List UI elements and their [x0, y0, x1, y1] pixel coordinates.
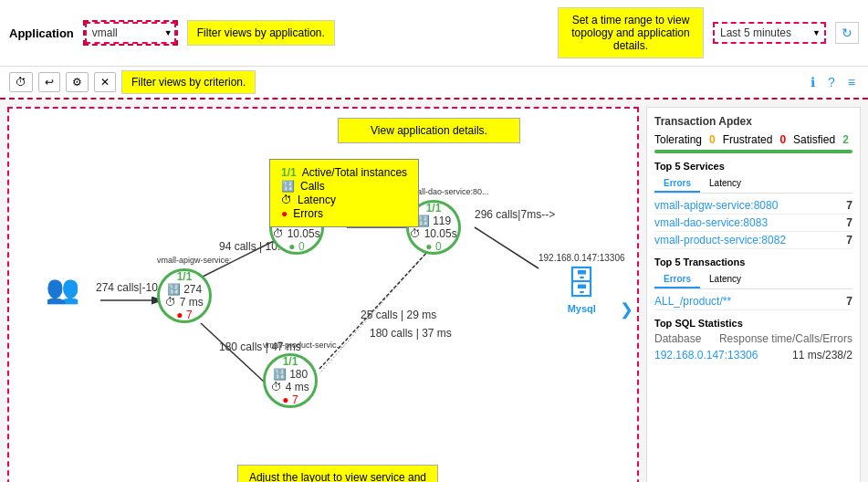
- svg-line-2: [201, 323, 265, 382]
- apigw-errors: ● 7: [176, 309, 192, 321]
- svg-text:25 calls | 29 ms: 25 calls | 29 ms: [361, 309, 436, 321]
- dao-calls: 🔢 119: [416, 215, 451, 227]
- service-val-2: 7: [846, 216, 852, 229]
- topology-area: View application details. Adjust the lay…: [7, 107, 639, 482]
- legend-box: 1/1 Active/Total instances 🔢 Calls ⏱ Lat…: [269, 159, 419, 227]
- sql-col2: Response time/Calls/Errors: [719, 332, 852, 345]
- ps-calls: 🔢 180: [273, 368, 308, 381]
- transactions-list: ALL_/product/** 7: [654, 293, 852, 310]
- help-icon[interactable]: ?: [824, 73, 839, 91]
- app-select-wrapper[interactable]: vmall: [83, 20, 178, 46]
- time-icon-button[interactable]: ⏱: [9, 72, 33, 92]
- service-name-1[interactable]: vmall-apigw-service:8080: [654, 199, 778, 212]
- sql-header: Database Response time/Calls/Errors: [654, 332, 852, 345]
- mysql-node[interactable]: 192.168.0.147:13306 🗄 Mysql: [539, 253, 625, 314]
- filter-icon-button[interactable]: ⚙: [66, 72, 89, 92]
- view-details-tooltip: View application details.: [338, 118, 520, 143]
- service-name-3[interactable]: vmall-product-service:8082: [654, 234, 786, 246]
- transactions-errors-tab[interactable]: Errors: [654, 271, 700, 288]
- menu-icon[interactable]: ≡: [844, 73, 859, 91]
- ps-latency: ⏱ 4 ms: [271, 381, 309, 393]
- product-service-circle[interactable]: 1/1 🔢 180 ⏱ 4 ms ● 7: [263, 353, 318, 408]
- sql-item-1[interactable]: 192.168.0.147:13306 11 ms/238/2: [654, 347, 852, 363]
- transaction-val-1: 7: [846, 295, 852, 308]
- dao-errors: ● 0: [425, 240, 441, 253]
- filter-criterion-tooltip: Filter views by criterion.: [121, 70, 256, 94]
- apigw-calls: 🔢 274: [167, 283, 202, 296]
- sql-val-1: 11 ms/238/2: [792, 349, 852, 362]
- dao-latency: ⏱ 10.05s: [410, 227, 456, 240]
- transaction-item-1[interactable]: ALL_/product/** 7: [654, 293, 852, 310]
- dao-active: 1/1: [426, 202, 442, 215]
- main-content: View application details. Adjust the lay…: [0, 100, 868, 482]
- sql-list: 192.168.0.147:13306 11 ms/238/2: [654, 347, 852, 363]
- frustrated-label: Frustrated: [723, 133, 773, 146]
- apigw-circle[interactable]: 1/1 🔢 274 ⏱ 7 ms ● 7: [157, 268, 212, 323]
- mysql-label: Mysql: [568, 303, 596, 314]
- user-icon: 👥: [46, 273, 79, 305]
- time-select[interactable]: Last 5 minutes: [715, 24, 824, 42]
- sql-col1: Database: [654, 332, 701, 345]
- mysql-icon: 🗄: [565, 265, 598, 303]
- services-errors-tab[interactable]: Errors: [654, 175, 700, 193]
- legend-calls: 🔢 Calls: [281, 180, 407, 193]
- time-range-tooltip: Set a time range to view topology and ap…: [558, 7, 704, 58]
- refresh-button[interactable]: ↻: [835, 22, 859, 44]
- frustrated-value: 0: [779, 133, 786, 146]
- apdex-row: Tolerating 0 Frustrated 0 Satisfied 2: [654, 133, 852, 146]
- undo-icon-button[interactable]: ↩: [38, 72, 60, 92]
- service-name-2[interactable]: vmall-dao-service:8083: [654, 216, 768, 229]
- svg-text:296 calls|7ms-->: 296 calls|7ms-->: [475, 208, 555, 221]
- svg-line-5: [319, 250, 429, 369]
- legend-latency: ⏱ Latency: [281, 194, 407, 206]
- sql-title: Top SQL Statistics: [654, 318, 852, 329]
- services-latency-tab[interactable]: Latency: [700, 175, 750, 193]
- legend-errors: ● Errors: [281, 207, 407, 220]
- app-label: Application: [9, 26, 74, 40]
- apigw-active: 1/1: [177, 270, 193, 283]
- apdex-bar: [654, 150, 852, 153]
- user-node[interactable]: 👥: [46, 273, 79, 305]
- transactions-tab-row: Errors Latency: [654, 271, 852, 289]
- satisfied-label: Satisfied: [793, 133, 835, 146]
- service-item-2[interactable]: vmall-dao-service:8083 7: [654, 215, 852, 232]
- layout-tooltip: Adjust the layout to view service and in…: [237, 465, 438, 482]
- app-select[interactable]: vmall: [85, 22, 176, 44]
- clear-icon-button[interactable]: ✕: [94, 72, 116, 92]
- info-icon[interactable]: ℹ: [807, 73, 819, 91]
- apdex-title: Transaction Apdex: [654, 115, 852, 128]
- top5transactions-title: Top 5 Transactions: [654, 257, 852, 267]
- toolbar: ⏱ ↩ ⚙ ✕ Filter views by criterion. ℹ ? ≡: [0, 67, 868, 100]
- apigw-title: vmall-apigw-service:: [157, 256, 232, 265]
- product-service-title: vmall-product-servic...: [263, 341, 343, 350]
- service-val-1: 7: [846, 199, 852, 212]
- apigw-latency: ⏱ 7 ms: [165, 296, 203, 309]
- transaction-name-1[interactable]: ALL_/product/**: [654, 295, 731, 308]
- expand-button[interactable]: ❯: [620, 299, 633, 320]
- transactions-latency-tab[interactable]: Latency: [700, 271, 750, 288]
- services-tab-row: Errors Latency: [654, 175, 852, 194]
- apigw-node[interactable]: vmall-apigw-service: 1/1 🔢 274 ⏱ 7 ms ● …: [157, 268, 212, 323]
- top5services-title: Top 5 Services: [654, 161, 852, 172]
- service-item-3[interactable]: vmall-product-service:8082 7: [654, 232, 852, 249]
- product-service-node[interactable]: vmall-product-servic... 1/1 🔢 180 ⏱ 4 ms…: [263, 353, 318, 408]
- svg-line-4: [475, 227, 539, 268]
- mysql-ip: 192.168.0.147:13306: [539, 253, 625, 263]
- service-item-1[interactable]: vmall-apigw-service:8080 7: [654, 197, 852, 215]
- tolerating-label: Tolerating: [654, 133, 702, 146]
- right-panel: Transaction Apdex Tolerating 0 Frustrate…: [646, 107, 861, 482]
- time-select-wrapper[interactable]: Last 5 minutes: [713, 22, 826, 44]
- legend-active-instances: 1/1 Active/Total instances: [281, 166, 407, 179]
- satisfied-value: 2: [842, 133, 849, 146]
- sql-db-1[interactable]: 192.168.0.147:13306: [654, 349, 758, 362]
- us-errors: ● 0: [288, 240, 304, 253]
- filter-by-app-tooltip: Filter views by application.: [187, 20, 335, 46]
- services-list: vmall-apigw-service:8080 7 vmall-dao-ser…: [654, 197, 852, 249]
- service-val-3: 7: [846, 234, 852, 246]
- svg-text:180 calls | 37 ms: 180 calls | 37 ms: [370, 327, 452, 340]
- ps-active: 1/1: [283, 355, 298, 368]
- ps-errors: ● 7: [282, 393, 298, 406]
- us-latency: ⏱ 10.05s: [273, 227, 319, 240]
- svg-line-6: [319, 250, 429, 373]
- top-bar: Application vmall Filter views by applic…: [0, 0, 868, 67]
